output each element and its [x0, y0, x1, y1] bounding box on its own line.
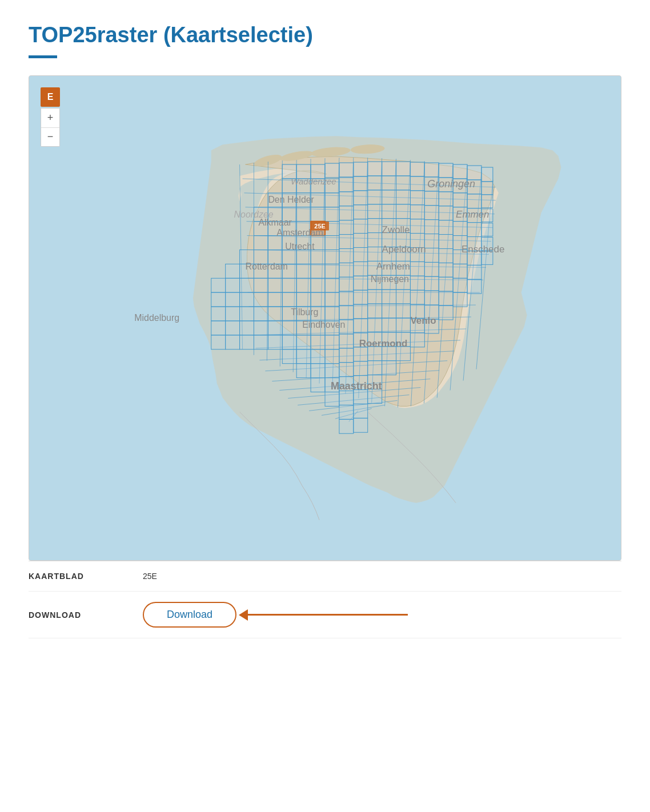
svg-rect-290: [339, 391, 354, 405]
svg-text:Arnhem: Arnhem: [376, 261, 410, 272]
svg-text:Tilburg: Tilburg: [291, 307, 318, 317]
download-label: DOWNLOAD: [29, 610, 143, 620]
svg-rect-161: [439, 248, 453, 263]
svg-rect-172: [325, 264, 339, 278]
svg-rect-152: [311, 250, 325, 264]
svg-rect-137: [354, 234, 368, 248]
svg-rect-242: [282, 321, 296, 335]
svg-rect-281: [354, 361, 368, 376]
svg-rect-284: [311, 378, 325, 392]
svg-rect-277: [296, 364, 311, 378]
svg-rect-205: [254, 292, 268, 307]
svg-rect-198: [424, 276, 439, 291]
svg-text:Roermond: Roermond: [359, 338, 408, 349]
svg-rect-233: [396, 304, 411, 318]
svg-rect-57: [396, 162, 411, 176]
svg-rect-204: [240, 292, 254, 307]
svg-rect-270: [311, 349, 325, 364]
svg-text:Amsterdam: Amsterdam: [276, 228, 323, 238]
svg-rect-55: [368, 162, 382, 176]
svg-text:Nijmegen: Nijmegen: [371, 274, 409, 284]
svg-rect-73: [410, 176, 424, 191]
svg-rect-228: [325, 307, 339, 321]
svg-text:Emmen: Emmen: [456, 209, 489, 220]
map-svg: 25E Groningen Waddenzee Den Helder Noord…: [29, 76, 621, 560]
svg-rect-241: [268, 321, 282, 335]
svg-rect-213: [368, 290, 382, 304]
svg-rect-136: [339, 235, 354, 249]
svg-rect-238: [226, 321, 240, 335]
svg-rect-230: [354, 304, 368, 319]
svg-rect-124: [424, 220, 439, 234]
svg-rect-210: [325, 292, 339, 307]
download-button[interactable]: Download: [143, 602, 236, 628]
svg-rect-61: [453, 164, 467, 179]
svg-rect-182: [467, 265, 482, 279]
svg-rect-126: [453, 222, 467, 236]
svg-rect-86: [368, 190, 382, 204]
svg-rect-143: [439, 235, 453, 249]
svg-rect-220: [211, 307, 226, 321]
svg-rect-216: [410, 290, 424, 304]
svg-rect-262: [339, 334, 354, 348]
svg-rect-200: [453, 278, 467, 292]
page-title: TOP25raster (Kaartselectie): [29, 23, 621, 47]
svg-rect-98: [296, 207, 311, 222]
e-button[interactable]: E: [41, 87, 60, 107]
svg-rect-278: [311, 364, 325, 378]
svg-rect-119: [354, 219, 368, 234]
map-controls: E + −: [41, 87, 60, 147]
svg-rect-212: [354, 290, 368, 304]
svg-text:Rotterdam: Rotterdam: [246, 262, 288, 271]
svg-text:Den Helder: Den Helder: [268, 195, 314, 204]
svg-rect-217: [424, 291, 439, 305]
svg-rect-171: [311, 264, 325, 278]
svg-rect-178: [410, 262, 424, 276]
svg-rect-190: [311, 278, 325, 292]
svg-rect-273: [354, 347, 368, 361]
map-container: 25E Groningen Waddenzee Den Helder Noord…: [29, 75, 621, 561]
svg-rect-106: [410, 205, 424, 219]
svg-rect-92: [453, 193, 467, 207]
zoom-in-button[interactable]: +: [41, 108, 59, 128]
svg-rect-56: [382, 162, 396, 176]
svg-rect-54: [354, 162, 368, 176]
zoom-control: + −: [41, 108, 60, 147]
svg-rect-100: [325, 207, 339, 222]
svg-rect-258: [282, 335, 296, 349]
svg-rect-87: [382, 190, 396, 204]
svg-rect-186: [254, 278, 268, 292]
svg-rect-232: [382, 304, 396, 318]
svg-text:Enschede: Enschede: [462, 244, 504, 255]
svg-rect-128: [482, 223, 493, 236]
svg-rect-184: [226, 278, 240, 292]
svg-rect-59: [424, 163, 439, 177]
svg-rect-108: [439, 206, 453, 220]
kaartblad-label: KAARTBLAD: [29, 572, 143, 581]
svg-text:Groningen: Groningen: [427, 178, 475, 190]
svg-rect-293: [339, 405, 354, 419]
svg-rect-151: [296, 250, 311, 264]
svg-rect-102: [354, 205, 368, 219]
svg-rect-84: [339, 192, 354, 206]
svg-rect-91: [439, 192, 453, 206]
svg-rect-60: [439, 163, 453, 178]
svg-rect-68: [339, 178, 354, 192]
zoom-out-button[interactable]: −: [41, 128, 59, 147]
svg-rect-202: [211, 292, 226, 307]
svg-rect-188: [282, 278, 296, 292]
svg-rect-209: [311, 292, 325, 307]
svg-rect-104: [382, 204, 396, 219]
svg-text:Apeldoorn: Apeldoorn: [382, 244, 426, 255]
svg-rect-280: [339, 363, 354, 377]
svg-rect-191: [325, 278, 339, 292]
svg-text:Utrecht: Utrecht: [285, 242, 315, 251]
svg-rect-120: [368, 219, 382, 233]
svg-rect-247: [354, 319, 368, 333]
svg-rect-174: [354, 262, 368, 276]
svg-rect-253: [211, 335, 226, 349]
svg-rect-296: [354, 418, 368, 432]
svg-rect-193: [354, 276, 368, 290]
svg-rect-103: [368, 204, 382, 219]
svg-rect-261: [325, 335, 339, 349]
